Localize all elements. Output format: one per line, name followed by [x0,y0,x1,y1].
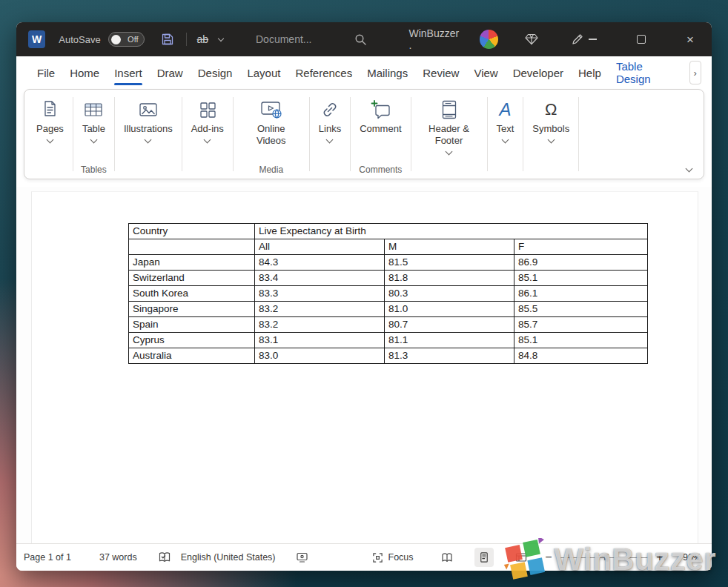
table-cell[interactable]: 80.3 [385,286,514,302]
comment-button[interactable]: Comment [356,94,405,137]
table-cell[interactable]: 83.2 [255,317,385,333]
table-cell[interactable]: M [385,239,514,255]
group-separator [578,97,579,171]
table-cell[interactable]: Cyprus [129,333,255,348]
pen-icon[interactable] [571,33,584,46]
tab-mailings[interactable]: Mailings [360,56,415,89]
tab-insert[interactable]: Insert [107,56,150,89]
minimize-button[interactable] [584,31,600,47]
save-icon[interactable] [161,33,174,46]
tab-draw[interactable]: Draw [150,56,191,89]
table-cell[interactable]: 86.1 [514,286,648,302]
tab-home[interactable]: Home [62,56,107,89]
account-name[interactable]: WinBuzzer . [408,27,463,51]
table-cell[interactable]: Switzerland [129,271,255,286]
tab-references[interactable]: References [288,56,360,89]
focus-button[interactable]: Focus [372,552,414,563]
search-icon[interactable] [354,33,367,46]
document-area[interactable]: Country Live Expectancy at Birth All M F… [16,187,712,543]
table-cell[interactable]: Country [129,224,255,239]
tab-file[interactable]: File [30,56,62,89]
zoom-in-button[interactable]: + [654,551,666,564]
ribbon-overflow-button[interactable]: › [689,61,702,84]
tab-review[interactable]: Review [415,56,466,89]
links-button[interactable]: Links [315,94,345,145]
tab-table-design[interactable]: Table Design [609,56,682,89]
tab-developer[interactable]: Developer [506,56,571,89]
table-cell[interactable]: 81.5 [385,255,514,271]
table-cell[interactable]: Live Expectancy at Birth [255,224,648,239]
zoom-slider-handle[interactable] [606,554,609,562]
table-cell[interactable]: 83.4 [255,271,385,286]
links-label: Links [319,123,341,135]
table-row: All M F [129,239,648,255]
document-title[interactable]: Document... [256,33,311,45]
online-videos-button[interactable]: Online Videos [239,94,304,149]
table-cell[interactable]: 86.9 [514,255,648,271]
table-cell[interactable]: 80.7 [385,317,514,333]
autosave-toggle[interactable]: Off [108,32,145,47]
table-cell[interactable]: 84.8 [514,348,648,364]
illustrations-button[interactable]: Illustrations [120,94,176,145]
record-macro-icon[interactable] [296,551,308,563]
chevron-down-icon[interactable] [218,35,224,41]
status-bar: Page 1 of 1 37 words English (United Sta… [16,543,712,571]
pages-button[interactable]: Pages [33,94,67,145]
table-row: Australia 83.0 81.3 84.8 [129,348,648,364]
table-cell[interactable]: 83.0 [255,348,385,364]
symbols-button[interactable]: Ω Symbols [529,94,573,145]
zoom-slider[interactable] [560,552,648,563]
table-button[interactable]: Table [79,94,109,145]
tab-design[interactable]: Design [191,56,240,89]
table-cell[interactable]: Spain [129,317,255,333]
table-cell[interactable]: F [514,239,648,255]
table-cell[interactable]: 85.1 [514,271,648,286]
strikethrough-icon[interactable]: ab [197,33,209,45]
table-cell[interactable]: 84.3 [255,255,385,271]
table-cell[interactable]: 83.2 [255,302,385,317]
page-indicator[interactable]: Page 1 of 1 [24,552,71,563]
table-cell[interactable]: 81.3 [385,348,514,364]
table-cell[interactable] [129,239,255,255]
avatar[interactable] [480,30,498,49]
text-button[interactable]: A Text [493,94,518,145]
close-button[interactable]: × [682,31,698,47]
tab-help[interactable]: Help [571,56,609,89]
maximize-button[interactable] [633,31,649,47]
web-layout-button[interactable] [512,548,531,567]
table-cell[interactable]: South Korea [129,286,255,302]
table-cell[interactable]: 83.3 [255,286,385,302]
word-count[interactable]: 37 words [99,552,137,563]
table-cell[interactable]: 85.1 [514,333,648,348]
premium-diamond-icon[interactable] [525,33,538,45]
table-cell[interactable]: 81.0 [385,302,514,317]
table-row: Country Live Expectancy at Birth [129,224,648,239]
table-cell[interactable]: Singapore [129,302,255,317]
qat-separator [186,33,187,46]
add-ins-button[interactable]: Add-ins [188,94,228,145]
header-footer-button[interactable]: Header & Footer [417,94,482,156]
table-cell[interactable]: 85.5 [514,302,648,317]
word-app-icon[interactable]: W [28,30,45,48]
table-cell[interactable]: 81.1 [385,333,514,348]
print-layout-button[interactable] [474,548,494,567]
table-cell[interactable]: All [255,239,385,255]
table-cell[interactable]: Japan [129,255,255,271]
tab-view[interactable]: View [466,56,505,89]
links-icon [320,96,340,123]
zoom-level[interactable]: 90% [676,552,701,563]
add-ins-label: Add-ins [191,123,224,135]
collapse-ribbon-button[interactable] [686,165,693,173]
document-page[interactable]: Country Live Expectancy at Birth All M F… [31,191,698,543]
table-cell[interactable]: 81.8 [385,271,514,286]
tab-layout[interactable]: Layout [239,56,288,89]
table-cell[interactable]: Australia [129,348,255,364]
group-links: Links [310,93,350,179]
table-cell[interactable]: 85.7 [514,317,648,333]
table-cell[interactable]: 83.1 [255,333,385,348]
language-indicator[interactable]: English (United States) [181,552,276,563]
text-icon: A [499,96,511,123]
read-mode-button[interactable] [437,548,457,567]
zoom-out-button[interactable]: − [543,551,555,564]
proofing-icon[interactable] [158,551,171,563]
